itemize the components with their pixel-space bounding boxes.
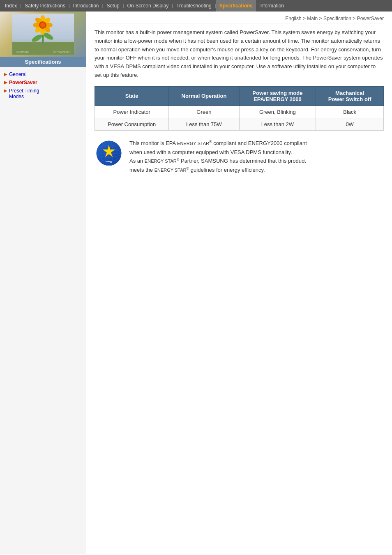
table-header-state: State	[95, 86, 169, 106]
content-area: English > Main > Specification > PowerSa…	[86, 12, 392, 554]
description-text: This monitor has a built-in power manage…	[95, 28, 384, 80]
arrow-icon-preset: ▶	[4, 88, 7, 93]
sidebar-title: Specifications	[0, 57, 86, 67]
energy-para-1: This monitor is EPA Energy Star® complia…	[129, 139, 307, 175]
energy-star-logo: energy	[95, 139, 123, 166]
arrow-icon-general: ▶	[4, 72, 7, 76]
svg-text:SAMSUNG: SAMSUNG	[16, 51, 29, 53]
nav-introduction[interactable]: Introduction	[70, 0, 102, 12]
sidebar-logo: SAMSUNG SYNCMASTER	[0, 12, 86, 57]
cell-consumption-normal: Less than 75W	[169, 118, 239, 130]
cell-indicator-state: Power Indicator	[95, 106, 169, 118]
sidebar-item-preset-timing[interactable]: ▶ Preset Timing Modes	[0, 87, 86, 101]
nav-safety[interactable]: Safety Instructions	[21, 0, 69, 12]
table-row-consumption: Power Consumption Less than 75W Less tha…	[95, 118, 384, 130]
sidebar-item-general[interactable]: ▶ General	[0, 70, 86, 78]
energy-star-text: This monitor is EPA Energy Star® complia…	[129, 139, 307, 175]
cell-indicator-saving: Green, Blinking	[239, 106, 316, 118]
sidebar-item-powersaver[interactable]: ▶ PowerSaver	[0, 78, 86, 87]
energy-star-svg: energy	[95, 139, 123, 166]
sidebar-menu: ▶ General ▶ PowerSaver ▶ Preset Timing M…	[0, 67, 86, 104]
sidebar-label-powersaver: PowerSaver	[9, 80, 37, 85]
navigation-bar: Index | Safety Instructions | Introducti…	[0, 0, 392, 12]
nav-troubleshooting[interactable]: Troubleshooting	[173, 0, 215, 12]
breadcrumb: English > Main > Specification > PowerSa…	[95, 16, 384, 23]
nav-osd[interactable]: On-Screen Display	[124, 0, 172, 12]
table-header-mechanical: Machanical Power Switch off	[316, 86, 384, 106]
logo-image: SAMSUNG SYNCMASTER	[12, 14, 74, 55]
energy-star-section: energy This monitor is EPA Energy Star® …	[95, 139, 384, 175]
sidebar: SAMSUNG SYNCMASTER Specifications ▶ Gene…	[0, 12, 86, 554]
nav-setup[interactable]: Setup	[103, 0, 122, 12]
table-header-power-saving: Power saving mode EPA/ENERGY 2000	[239, 86, 316, 106]
main-container: SAMSUNG SYNCMASTER Specifications ▶ Gene…	[0, 12, 392, 554]
sidebar-label-preset: Preset Timing Modes	[9, 88, 39, 99]
cell-indicator-off: Black	[316, 106, 384, 118]
nav-specifications[interactable]: Specifications	[216, 0, 256, 12]
sidebar-label-general: General	[9, 71, 27, 77]
cell-consumption-off: 0W	[316, 118, 384, 130]
nav-index[interactable]: Index	[2, 0, 20, 12]
table-header-normal: Normal Operation	[169, 86, 239, 106]
cell-consumption-saving: Less than 2W	[239, 118, 316, 130]
svg-text:SYNCMASTER: SYNCMASTER	[53, 51, 71, 53]
svg-text:energy: energy	[106, 160, 113, 163]
arrow-icon-powersaver: ▶	[4, 80, 7, 85]
table-row-indicator: Power Indicator Green Green, Blinking Bl…	[95, 106, 384, 118]
nav-information[interactable]: Information	[256, 0, 287, 12]
svg-point-14	[40, 23, 45, 28]
power-table: State Normal Operation Power saving mode…	[95, 86, 384, 131]
cell-consumption-state: Power Consumption	[95, 118, 169, 130]
cell-indicator-normal: Green	[169, 106, 239, 118]
